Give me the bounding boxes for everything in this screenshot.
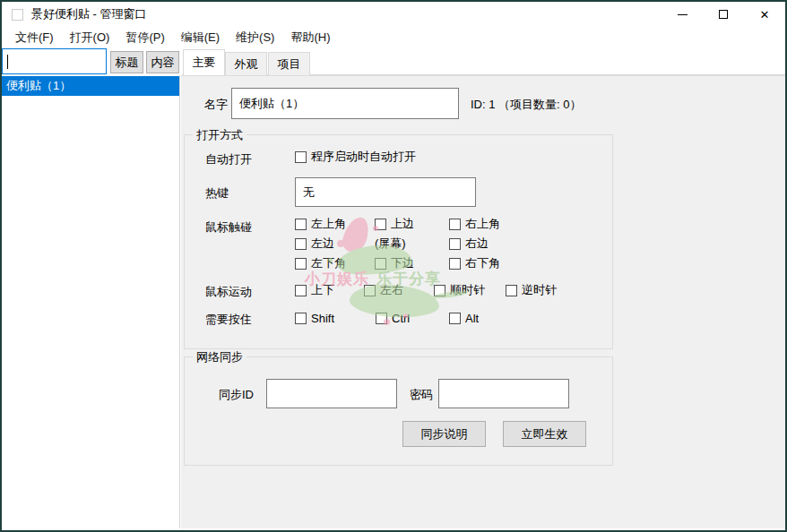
checkbox-icon (295, 151, 307, 163)
tab-project[interactable]: 项目 (268, 52, 310, 75)
app-window: 景好便利贴 - 管理窗口 ✕ 文件(F) 打开(O) 暂停(P) 编辑(E) 维… (0, 0, 787, 532)
minimize-icon (678, 14, 688, 15)
main-tab-page: 名字 ID: 1 （项目数量: 0） 打开方式 自动打开 程序启动时自动打开 热… (181, 75, 785, 528)
checkbox-icon (295, 238, 307, 250)
checkbox-icon (375, 258, 386, 270)
hotkey-label: 热键 (205, 185, 229, 202)
close-button[interactable]: ✕ (744, 2, 785, 27)
tab-main[interactable]: 主要 (183, 49, 225, 75)
sync-id-label: 同步ID (219, 387, 254, 403)
motion-counterclockwise-checkbox[interactable]: 逆时针 (506, 282, 557, 298)
motion-clockwise-checkbox[interactable]: 顺时针 (434, 282, 506, 298)
checkbox-icon (434, 285, 445, 296)
checkbox-label: 右边 (465, 236, 489, 252)
note-id-text: ID: 1 （项目数量: 0） (471, 97, 582, 113)
menu-edit[interactable]: 编辑(E) (173, 27, 228, 48)
checkbox-icon (375, 219, 386, 230)
mouse-motion-row: 上下 左右 顺时针 逆时针 (295, 280, 557, 300)
touch-bottom-checkbox[interactable]: 下边 (375, 255, 449, 271)
touch-top-checkbox[interactable]: 上边 (375, 216, 449, 232)
menu-file[interactable]: 文件(F) (7, 27, 62, 48)
mouse-motion-label: 鼠标运动 (205, 284, 252, 300)
motion-left-right-checkbox[interactable]: 左右 (364, 282, 434, 298)
window-title: 景好便利贴 - 管理窗口 (31, 6, 147, 22)
sync-help-button[interactable]: 同步说明 (402, 421, 486, 447)
checkbox-icon (449, 238, 461, 250)
name-label: 名字 (204, 97, 228, 113)
checkbox-icon (449, 219, 461, 230)
modifier-row: Shift Ctrl Alt (295, 308, 479, 328)
network-sync-group-title: 网络同步 (193, 349, 246, 365)
open-method-group-title: 打开方式 (193, 127, 246, 143)
checkbox-label: Ctrl (392, 312, 410, 325)
checkbox-icon (295, 258, 307, 270)
title-bar[interactable]: 景好便利贴 - 管理窗口 ✕ (2, 2, 785, 27)
touch-bottom-right-checkbox[interactable]: 右下角 (449, 255, 548, 271)
apply-now-button[interactable]: 立即生效 (503, 421, 586, 447)
checkbox-label: 左下角 (311, 255, 346, 271)
app-icon (12, 9, 23, 21)
menu-pause[interactable]: 暂停(P) (117, 27, 172, 48)
checkbox-label: 右下角 (465, 255, 500, 271)
modifier-alt-checkbox[interactable]: Alt (449, 312, 479, 325)
hotkey-input[interactable] (295, 177, 476, 207)
checkbox-icon (449, 258, 461, 270)
touch-top-left-checkbox[interactable]: 左上角 (295, 216, 375, 232)
auto-open-checkbox-label: 程序启动时自动打开 (311, 149, 416, 165)
tab-appearance[interactable]: 外观 (225, 52, 267, 75)
search-box (2, 48, 107, 74)
note-list: 便利贴（1） (2, 75, 180, 528)
checkbox-label: Shift (311, 312, 334, 325)
menu-open[interactable]: 打开(O) (62, 27, 118, 48)
modifier-label: 需要按住 (205, 312, 252, 328)
checkbox-label: 上边 (391, 216, 414, 232)
password-label: 密码 (410, 387, 433, 403)
touch-top-right-checkbox[interactable]: 右上角 (449, 216, 548, 232)
list-item-note-1[interactable]: 便利贴（1） (2, 76, 179, 96)
menu-bar: 文件(F) 打开(O) 暂停(P) 编辑(E) 维护(S) 帮助(H) (2, 27, 785, 48)
checkbox-label: 左边 (311, 236, 334, 252)
maximize-icon (719, 10, 728, 19)
search-content-button[interactable]: 内容 (146, 51, 179, 73)
checkbox-icon (506, 285, 517, 296)
tab-strip: 主要 外观 项目 (182, 48, 785, 75)
touch-right-checkbox[interactable]: 右边 (449, 236, 548, 252)
checkbox-icon (295, 285, 307, 296)
modifier-ctrl-checkbox[interactable]: Ctrl (376, 312, 449, 325)
password-input[interactable] (438, 379, 569, 408)
checkbox-icon (364, 285, 376, 296)
text-caret (7, 55, 8, 69)
checkbox-label: 下边 (391, 255, 414, 271)
minimize-button[interactable] (662, 2, 703, 27)
checkbox-label: Alt (465, 312, 479, 325)
touch-bottom-left-checkbox[interactable]: 左下角 (295, 255, 375, 271)
menu-help[interactable]: 帮助(H) (282, 27, 338, 48)
toolbar: 标题 内容 主要 外观 项目 (2, 48, 785, 75)
close-icon: ✕ (760, 8, 770, 21)
motion-up-down-checkbox[interactable]: 上下 (295, 282, 364, 298)
checkbox-label: 左上角 (311, 216, 346, 232)
checkbox-label: 左右 (380, 282, 403, 298)
mouse-touch-grid: 左上角 上边 右上角 左边 (屏幕) 右边 左下角 下边 右下角 (295, 214, 564, 273)
checkbox-icon (295, 219, 307, 230)
screen-label: (屏幕) (375, 236, 449, 252)
checkbox-icon (295, 313, 307, 324)
checkbox-icon (376, 313, 387, 324)
checkbox-icon (449, 313, 461, 324)
search-input[interactable] (7, 51, 101, 71)
checkbox-label: 顺时针 (450, 282, 485, 298)
modifier-shift-checkbox[interactable]: Shift (295, 312, 376, 325)
maximize-button[interactable] (703, 2, 744, 27)
checkbox-label: 右上角 (465, 216, 500, 232)
menu-maintain[interactable]: 维护(S) (228, 27, 282, 48)
auto-open-checkbox[interactable]: 程序启动时自动打开 (295, 149, 416, 165)
checkbox-label: 逆时针 (522, 282, 557, 298)
network-sync-group: 网络同步 同步ID 密码 同步说明 立即生效 (184, 356, 613, 466)
name-input[interactable] (231, 88, 459, 119)
mouse-touch-label: 鼠标触碰 (205, 219, 252, 236)
search-title-button[interactable]: 标题 (110, 51, 143, 73)
sync-id-input[interactable] (266, 379, 397, 408)
open-method-group: 打开方式 自动打开 程序启动时自动打开 热键 鼠标触碰 左上角 上边 右上角 (184, 134, 613, 349)
checkbox-label: 上下 (311, 282, 334, 298)
touch-left-checkbox[interactable]: 左边 (295, 236, 375, 252)
